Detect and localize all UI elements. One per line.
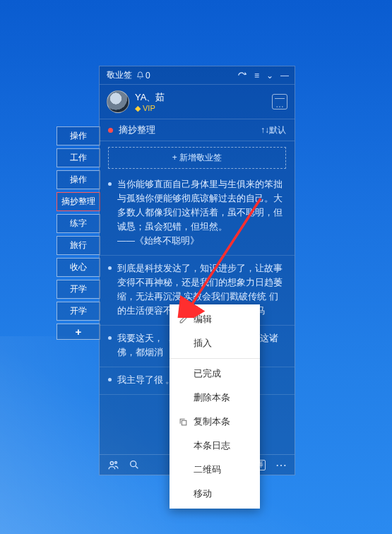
team-icon[interactable] bbox=[107, 458, 119, 471]
bullet-icon bbox=[108, 182, 112, 186]
ctx-insert-label: 插入 bbox=[194, 337, 212, 350]
ctx-delete[interactable]: 删除本条 bbox=[170, 386, 260, 410]
note-text: 当你能够直面自己身体里与生俱来的笨拙与孤独你便能够彻底谅解过去的自己。大多数人都… bbox=[117, 177, 286, 248]
side-tab[interactable]: 操作 bbox=[57, 170, 100, 189]
side-tab[interactable]: 操作 bbox=[57, 126, 100, 146]
ctx-insert[interactable]: 插入 bbox=[170, 331, 260, 355]
app-title: 敬业签 bbox=[107, 69, 132, 81]
ctx-log[interactable]: 本条日志 bbox=[170, 434, 260, 458]
category-tabs: 操作 工作 操作 摘抄整理 练字 旅行 收心 开学 开学 + bbox=[57, 126, 100, 340]
side-tab[interactable]: 练字 bbox=[57, 214, 100, 233]
svg-point-2 bbox=[131, 461, 136, 467]
blank-icon bbox=[178, 441, 188, 451]
bullet-icon bbox=[108, 336, 112, 340]
side-tab-add[interactable]: + bbox=[57, 324, 100, 340]
avatar[interactable] bbox=[107, 90, 129, 113]
ctx-qr[interactable]: 二维码 bbox=[170, 458, 260, 482]
section-title: 摘抄整理 bbox=[119, 124, 261, 136]
diamond-icon: ◆ bbox=[135, 104, 141, 113]
ctx-qr-label: 二维码 bbox=[194, 463, 221, 476]
bullet-icon bbox=[108, 266, 112, 270]
menu-icon[interactable]: ≡ bbox=[254, 71, 259, 81]
side-tab[interactable]: 旅行 bbox=[57, 236, 100, 255]
ctx-copy-label: 复制本条 bbox=[194, 415, 230, 428]
side-tab[interactable]: 开学 bbox=[57, 302, 100, 321]
minimize-icon[interactable]: — bbox=[280, 71, 289, 81]
sort-toggle[interactable]: ↑↓默认 bbox=[261, 124, 286, 136]
ctx-move-label: 移动 bbox=[194, 487, 212, 500]
titlebar: 敬业签 0 ≡ ⌄ — bbox=[100, 66, 295, 85]
blank-icon bbox=[178, 489, 188, 499]
caret-down-icon[interactable]: ⌄ bbox=[266, 71, 273, 81]
ctx-done-label: 已完成 bbox=[194, 367, 221, 380]
side-tab-active[interactable]: 摘抄整理 bbox=[57, 192, 100, 211]
copy-icon bbox=[178, 417, 188, 427]
note-item[interactable]: 当你能够直面自己身体里与生俱来的笨拙与孤独你便能够彻底谅解过去的自己。大多数人都… bbox=[100, 172, 295, 256]
edit-icon bbox=[178, 314, 188, 324]
separator bbox=[170, 358, 260, 359]
bullet-icon bbox=[108, 378, 112, 381]
side-tab[interactable]: 开学 bbox=[57, 280, 100, 299]
user-name: YA、茹 bbox=[135, 91, 165, 104]
vip-badge: ◆ VIP bbox=[135, 104, 165, 113]
ctx-edit[interactable]: 编辑 bbox=[170, 307, 260, 331]
section-dot-icon bbox=[108, 128, 113, 133]
ctx-move[interactable]: 移动 bbox=[170, 482, 260, 506]
blank-icon bbox=[178, 369, 188, 379]
blank-icon bbox=[178, 393, 188, 403]
profile-row: YA、茹 ◆ VIP bbox=[100, 85, 295, 119]
bell-icon[interactable]: 0 bbox=[136, 71, 150, 81]
ctx-delete-label: 删除本条 bbox=[194, 391, 230, 404]
side-tab[interactable]: 工作 bbox=[57, 148, 100, 167]
vip-label: VIP bbox=[143, 104, 155, 112]
notif-count: 0 bbox=[145, 71, 150, 81]
calendar-icon[interactable] bbox=[272, 94, 287, 109]
search-icon[interactable] bbox=[128, 458, 141, 471]
sync-icon[interactable] bbox=[237, 69, 247, 81]
svg-point-1 bbox=[114, 461, 117, 463]
blank-icon bbox=[178, 338, 188, 348]
context-menu: 编辑 插入 已完成 删除本条 复制本条 本条日志 二维码 移动 bbox=[170, 304, 260, 509]
ctx-copy[interactable]: 复制本条 bbox=[170, 410, 260, 434]
ctx-log-label: 本条日志 bbox=[194, 439, 230, 452]
ctx-edit-label: 编辑 bbox=[194, 313, 212, 326]
svg-point-0 bbox=[110, 461, 113, 464]
svg-rect-3 bbox=[182, 420, 186, 425]
more-icon[interactable]: ⋯ bbox=[275, 458, 287, 471]
add-note-button[interactable]: + 新增敬业签 bbox=[108, 147, 286, 169]
side-tab[interactable]: 收心 bbox=[57, 258, 100, 277]
blank-icon bbox=[178, 465, 188, 475]
section-header: 摘抄整理 ↑↓默认 bbox=[100, 119, 295, 141]
ctx-done[interactable]: 已完成 bbox=[170, 362, 260, 386]
